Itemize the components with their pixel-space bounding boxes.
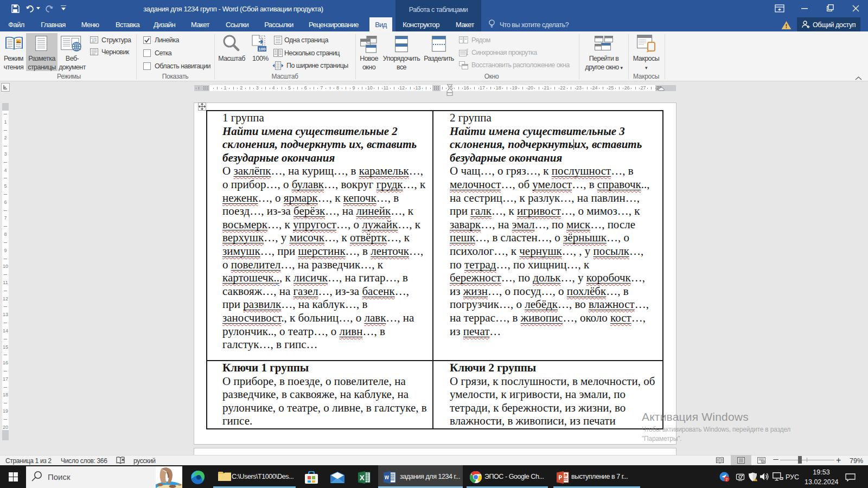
- svg-text:100: 100: [258, 47, 266, 52]
- svg-text:7: 7: [725, 477, 728, 482]
